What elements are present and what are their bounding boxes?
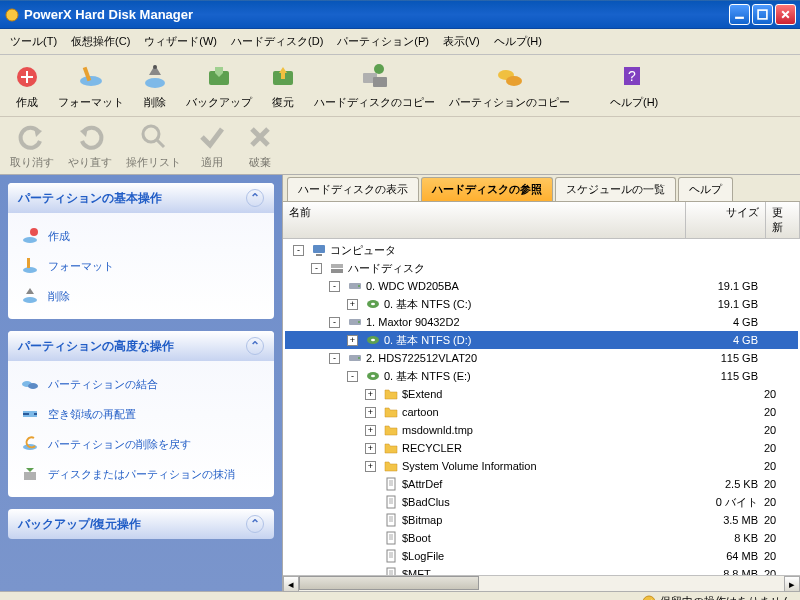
scroll-left-button[interactable]: ◂ [283, 576, 299, 592]
tree-row[interactable]: +RECYCLER20 [285, 439, 798, 457]
menu-virtual[interactable]: 仮想操作(C) [67, 32, 134, 51]
tree-row[interactable]: +$Extend20 [285, 385, 798, 403]
tree-row[interactable]: +cartoon20 [285, 403, 798, 421]
menu-help[interactable]: ヘルプ(H) [490, 32, 546, 51]
minimize-button[interactable] [729, 4, 750, 25]
tree-row[interactable]: -0. 基本 NTFS (E:)115 GB [285, 367, 798, 385]
tree-label: $LogFile [402, 550, 684, 562]
svg-point-49 [643, 596, 655, 601]
svg-point-16 [143, 126, 159, 142]
tree-row[interactable]: +0. 基本 NTFS (C:)19.1 GB [285, 295, 798, 313]
tree-row[interactable]: $BadClus0 バイト20 [285, 493, 798, 511]
tab-help[interactable]: ヘルプ [678, 177, 733, 201]
scroll-thumb[interactable] [299, 576, 479, 590]
tab-diskref[interactable]: ハードディスクの参照 [421, 177, 553, 201]
expand-toggle[interactable]: + [347, 335, 358, 346]
tree-size: 19.1 GB [684, 298, 764, 310]
tab-schedule[interactable]: スケジュールの一覧 [555, 177, 676, 201]
restore-icon [267, 61, 299, 93]
app-icon [4, 7, 20, 23]
task-merge[interactable]: パーティションの結合 [20, 369, 262, 399]
create-button[interactable]: 作成 [6, 59, 48, 112]
expand-toggle[interactable]: - [293, 245, 304, 256]
task-header-advanced[interactable]: パーティションの高度な操作 ⌃ [8, 331, 274, 361]
expand-toggle[interactable]: + [347, 299, 358, 310]
copy-disk-button[interactable]: ハードディスクのコピー [310, 59, 439, 112]
tree-row[interactable]: -2. HDS722512VLAT20115 GB [285, 349, 798, 367]
tree-row[interactable]: +0. 基本 NTFS (D:)4 GB [285, 331, 798, 349]
toolbar-main: 作成 フォーマット 削除 バックアップ 復元 ハードディスクのコピー パーティシ… [0, 55, 800, 117]
menu-bar: ツール(T) 仮想操作(C) ウィザード(W) ハードディスク(D) パーティシ… [0, 29, 800, 55]
create-icon [20, 226, 40, 246]
col-size[interactable]: サイズ [686, 202, 766, 238]
scroll-right-button[interactable]: ▸ [784, 576, 800, 592]
tree-row[interactable]: $Boot8 KB20 [285, 529, 798, 547]
svg-rect-27 [313, 245, 325, 253]
tree-row[interactable]: -1. Maxtor 90432D24 GB [285, 313, 798, 331]
tree-row[interactable]: -コンピュータ [285, 241, 798, 259]
tree-row[interactable]: $MFT8.8 MB20 [285, 565, 798, 575]
expand-toggle[interactable]: + [365, 443, 376, 454]
tree-row[interactable]: $Bitmap3.5 MB20 [285, 511, 798, 529]
expand-toggle[interactable]: - [347, 371, 358, 382]
disk-tree[interactable]: -コンピュータ-ハードディスク-0. WDC WD205BA19.1 GB+0.… [283, 239, 800, 575]
expand-toggle[interactable]: - [311, 263, 322, 274]
list-header: 名前 サイズ 更新 [283, 202, 800, 239]
menu-partition[interactable]: パーティション(P) [333, 32, 433, 51]
tree-row[interactable]: -ハードディスク [285, 259, 798, 277]
backup-button[interactable]: バックアップ [182, 59, 256, 112]
col-name[interactable]: 名前 [283, 202, 686, 238]
help-button[interactable]: ?ヘルプ(H) [606, 59, 662, 112]
task-undelete[interactable]: パーティションの削除を戻す [20, 429, 262, 459]
status-icon [642, 595, 656, 601]
task-header-basic[interactable]: パーティションの基本操作 ⌃ [8, 183, 274, 213]
tab-diskview[interactable]: ハードディスクの表示 [287, 177, 419, 201]
task-realloc[interactable]: 空き領域の再配置 [20, 399, 262, 429]
scroll-track[interactable] [299, 576, 784, 591]
undo-button[interactable]: 取り消す [6, 119, 58, 172]
task-create[interactable]: 作成 [20, 221, 262, 251]
expand-toggle[interactable]: + [365, 407, 376, 418]
menu-view[interactable]: 表示(V) [439, 32, 484, 51]
col-updated[interactable]: 更新 [766, 202, 800, 238]
apply-button[interactable]: 適用 [191, 119, 233, 172]
close-button[interactable] [775, 4, 796, 25]
delete-button[interactable]: 削除 [134, 59, 176, 112]
svg-point-0 [6, 9, 18, 21]
copy-partition-button[interactable]: パーティションのコピー [445, 59, 574, 112]
menu-wizard[interactable]: ウィザード(W) [140, 32, 221, 51]
file-icon [383, 494, 399, 510]
cross-icon [244, 121, 276, 153]
oplist-button[interactable]: 操作リスト [122, 119, 185, 172]
tree-size: 2.5 KB [684, 478, 764, 490]
menu-harddisk[interactable]: ハードディスク(D) [227, 32, 327, 51]
format-button[interactable]: フォーマット [54, 59, 128, 112]
horizontal-scrollbar[interactable]: ◂ ▸ [283, 575, 800, 591]
redo-button[interactable]: やり直す [64, 119, 116, 172]
expand-toggle[interactable]: - [329, 317, 340, 328]
tree-row[interactable]: -0. WDC WD205BA19.1 GB [285, 277, 798, 295]
tree-row[interactable]: +msdownld.tmp20 [285, 421, 798, 439]
tree-size: 4 GB [684, 316, 764, 328]
task-wipe[interactable]: ディスクまたはパーティションの抹消 [20, 459, 262, 489]
expand-toggle[interactable]: + [365, 461, 376, 472]
tree-row[interactable]: $AttrDef2.5 KB20 [285, 475, 798, 493]
restore-button[interactable]: 復元 [262, 59, 304, 112]
task-format[interactable]: フォーマット [20, 251, 262, 281]
expand-toggle[interactable]: - [329, 281, 340, 292]
tree-row[interactable]: +System Volume Information20 [285, 457, 798, 475]
create-icon [11, 61, 43, 93]
discard-button[interactable]: 破棄 [239, 119, 281, 172]
expand-toggle[interactable]: + [365, 425, 376, 436]
menu-tool[interactable]: ツール(T) [6, 32, 61, 51]
svg-point-4 [80, 76, 102, 86]
folder-icon [383, 386, 399, 402]
tree-date: 20 [764, 406, 798, 418]
task-header-backup[interactable]: バックアップ/復元操作 ⌃ [8, 509, 274, 539]
task-delete[interactable]: 削除 [20, 281, 262, 311]
expand-toggle[interactable]: - [329, 353, 340, 364]
expand-toggle[interactable]: + [365, 389, 376, 400]
maximize-button[interactable] [752, 4, 773, 25]
tree-row[interactable]: $LogFile64 MB20 [285, 547, 798, 565]
tree-label: cartoon [402, 406, 684, 418]
